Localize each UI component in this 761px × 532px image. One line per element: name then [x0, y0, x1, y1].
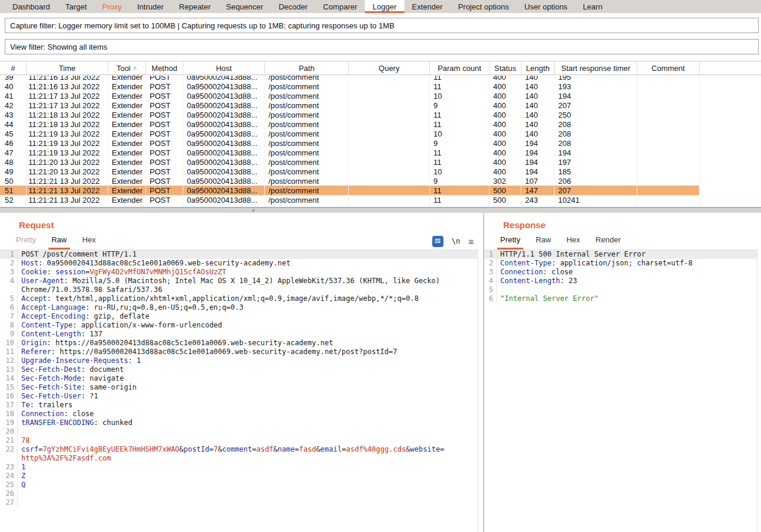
cell-id: 44	[0, 119, 27, 129]
tab-learn[interactable]: Learn	[575, 0, 610, 13]
table-row[interactable]: 4211:21:17 13 Jul 2022ExtenderPOST0a9500…	[0, 100, 761, 110]
column-header-comment[interactable]: Comment	[637, 61, 700, 74]
column-header-param-count[interactable]: Param count	[430, 61, 490, 74]
code-text: Host: 0a9500020413d88ac08c5c1e001a0069.w…	[18, 259, 290, 268]
cell-filler	[700, 82, 761, 91]
cell-length: 140	[522, 82, 555, 91]
cell-status: 400	[490, 100, 522, 110]
cell-tool: Extender	[108, 148, 146, 157]
table-row[interactable]: 5211:21:21 13 Jul 2022ExtenderPOST0a9500…	[0, 195, 761, 205]
request-editor[interactable]: 1POST /post/comment HTTP/1.12Host: 0a950…	[0, 249, 478, 532]
code-text: Chrome/71.0.3578.98 Safari/537.36	[18, 286, 162, 294]
cell-time: 11:21:18 13 Jul 2022	[27, 110, 108, 119]
cell-host: 0a9500020413d88...	[183, 91, 265, 100]
line-number: 11	[0, 348, 18, 356]
line-number: 5	[0, 294, 18, 303]
response-editor[interactable]: 1HTTP/1.1 500 Internal Server Error2Cont…	[484, 249, 757, 532]
table-row[interactable]: 4611:21:19 13 Jul 2022ExtenderPOST0a9500…	[0, 138, 761, 148]
cell-method: POST	[146, 100, 183, 110]
line-number: 13	[0, 365, 18, 374]
column-header-start-response-timer[interactable]: Start response timer	[555, 61, 637, 74]
table-row[interactable]: 5011:21:21 13 Jul 2022ExtenderPOST0a9500…	[0, 176, 761, 186]
column-label: Start response timer	[561, 64, 630, 73]
tab-logger[interactable]: Logger	[365, 0, 404, 13]
cell-tool: Extender	[108, 110, 146, 119]
column-header-length[interactable]: Length	[522, 61, 555, 74]
code-line: http%3A%2F%2Fasdf.com	[0, 454, 478, 463]
code-line: 3Cookie: session=VgFWy4D2vMfON7vMNMhjQ1S…	[0, 268, 478, 277]
table-row[interactable]: 5111:21:21 13 Jul 2022ExtenderPOST0a9500…	[0, 186, 761, 195]
tab-decoder[interactable]: Decoder	[271, 0, 315, 13]
response-tab-pretty[interactable]: Pretty	[497, 235, 523, 249]
cell-comment	[637, 195, 700, 205]
cell-status: 400	[490, 167, 522, 176]
cell-length: 194	[522, 138, 555, 148]
request-tab-raw[interactable]: Raw	[48, 235, 70, 249]
column-header-status[interactable]: Status	[490, 61, 522, 74]
tab-proxy[interactable]: Proxy	[95, 0, 129, 13]
cell-status: 500	[490, 186, 522, 195]
code-line: 1POST /post/comment HTTP/1.1	[0, 250, 478, 259]
cell-timer: 207	[555, 100, 637, 110]
column-label: Tool	[116, 64, 131, 73]
cell-time: 11:21:18 13 Jul 2022	[27, 119, 108, 129]
request-tab-hex[interactable]: Hex	[79, 235, 99, 249]
prettify-button[interactable]	[432, 236, 443, 247]
column-header-query[interactable]: Query	[349, 61, 430, 74]
cell-time: 11:21:19 13 Jul 2022	[27, 129, 108, 138]
table-row[interactable]: 4411:21:18 13 Jul 2022ExtenderPOST0a9500…	[0, 119, 761, 129]
tab-repeater[interactable]: Repeater	[171, 0, 218, 13]
cell-path: /post/comment	[265, 119, 349, 129]
cell-time: 11:21:17 13 Jul 2022	[27, 91, 108, 100]
column-header--[interactable]: #	[0, 61, 27, 74]
column-header-method[interactable]: Method	[146, 61, 183, 74]
cell-filler	[700, 176, 761, 186]
column-header-host[interactable]: Host	[183, 61, 265, 74]
response-tab-render[interactable]: Render	[592, 235, 624, 249]
tab-sequencer[interactable]: Sequencer	[218, 0, 271, 13]
tab-project-options[interactable]: Project options	[451, 0, 517, 13]
cell-status: 400	[490, 119, 522, 129]
cell-tool: Extender	[108, 195, 146, 205]
tab-target[interactable]: Target	[58, 0, 95, 13]
cell-id: 50	[0, 176, 27, 186]
view-filter-bar[interactable]: View filter: Showing all items	[5, 39, 759, 54]
line-number: 5	[484, 286, 497, 294]
tab-user-options[interactable]: User options	[517, 0, 575, 13]
tab-extender[interactable]: Extender	[404, 0, 451, 13]
capture-filter-bar[interactable]: Capture filter: Logger memory limit set …	[5, 18, 759, 33]
code-line: 27	[0, 498, 478, 507]
split-divider[interactable]	[0, 208, 761, 213]
tab-intruder[interactable]: Intruder	[129, 0, 171, 13]
column-header-path[interactable]: Path	[265, 61, 349, 74]
table-row[interactable]: 4711:21:19 13 Jul 2022ExtenderPOST0a9500…	[0, 148, 761, 157]
tab-dashboard[interactable]: Dashboard	[5, 0, 58, 13]
table-row[interactable]: 3911:21:16 13 Jul 2022ExtenderPOST0a9500…	[0, 76, 761, 82]
cell-comment	[637, 76, 700, 82]
table-row[interactable]: 4511:21:19 13 Jul 2022ExtenderPOST0a9500…	[0, 129, 761, 138]
table-row[interactable]: 4111:21:17 13 Jul 2022ExtenderPOST0a9500…	[0, 91, 761, 100]
table-row[interactable]: 4011:21:16 13 Jul 2022ExtenderPOST0a9500…	[0, 82, 761, 91]
response-tab-raw[interactable]: Raw	[533, 235, 554, 249]
table-row[interactable]: 4311:21:18 13 Jul 2022ExtenderPOST0a9500…	[0, 110, 761, 119]
table-body[interactable]: 3911:21:16 13 Jul 2022ExtenderPOST0a9500…	[0, 76, 761, 208]
show-newlines-button[interactable]: \n	[452, 237, 460, 245]
tab-comparer[interactable]: Comparer	[315, 0, 365, 13]
cell-id: 41	[0, 91, 27, 100]
cell-timer: 194	[555, 91, 637, 100]
cell-tool: Extender	[108, 138, 146, 148]
column-header-time[interactable]: Time	[27, 61, 108, 74]
cell-id: 46	[0, 138, 27, 148]
code-text: Accept-Language: ru-RU,ru;q=0.8,en-US;q=…	[18, 303, 244, 312]
cell-length: 147	[522, 186, 555, 195]
code-line: 6Accept-Language: ru-RU,ru;q=0.8,en-US;q…	[0, 303, 478, 312]
editor-menu-button[interactable]: ≡	[468, 237, 474, 246]
cell-query	[349, 157, 430, 167]
table-row[interactable]: 4811:21:20 13 Jul 2022ExtenderPOST0a9500…	[0, 157, 761, 167]
code-line: 20	[0, 427, 478, 436]
response-tab-hex[interactable]: Hex	[564, 235, 583, 249]
table-row[interactable]: 4911:21:20 13 Jul 2022ExtenderPOST0a9500…	[0, 167, 761, 176]
column-header-tool[interactable]: Tool∧	[108, 61, 146, 74]
code-text: Sec-Fetch-Site: same-origin	[18, 383, 137, 392]
request-tab-pretty[interactable]: Pretty	[13, 235, 39, 249]
